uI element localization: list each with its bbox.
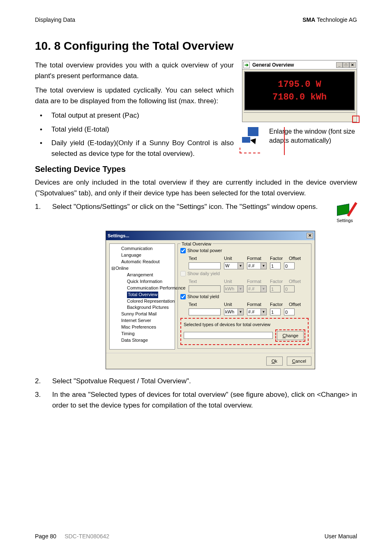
offset-input-0[interactable] xyxy=(284,262,295,269)
unit-select-0[interactable]: W▼ xyxy=(224,262,244,269)
selected-types-highlight: Selected types of devices for total over… xyxy=(180,318,309,345)
tree-item-quick-information[interactable]: Quick Information xyxy=(111,278,173,285)
tree-item-arrangement[interactable]: Arrangement xyxy=(111,272,173,278)
subheading-device-types: Selecting Device Types xyxy=(35,164,357,174)
text-input-2[interactable] xyxy=(189,308,221,315)
tree-item-background-pictures[interactable]: Background Pictures xyxy=(111,304,173,311)
bullet-pac: Total output at present (Pac) xyxy=(35,110,234,121)
text-input-1 xyxy=(189,285,221,292)
footer-right: User Manual xyxy=(325,533,357,540)
format-select-0[interactable]: #.#▼ xyxy=(247,262,267,269)
tree-item-total-overview[interactable]: Total Overview xyxy=(111,292,173,298)
tree-item-timing[interactable]: Timing xyxy=(111,331,173,337)
cancel-button[interactable]: Cancel xyxy=(287,357,311,366)
bullet-etotal: Total yield (E-total) xyxy=(35,124,234,135)
general-overview-window: ➔ General Overview _ □ ✕ 1795.0 W 7180.0… xyxy=(242,60,357,122)
overview-window-title: General Overview xyxy=(252,62,336,68)
lcd-value-yield: 7180.0 kWh xyxy=(248,92,351,102)
devices-paragraph: Devices are only included in the total o… xyxy=(35,177,357,198)
intro-paragraph-1: The total overview provides you with a q… xyxy=(35,60,234,81)
callout-text: Enlarge the window (font size adapts aut… xyxy=(266,127,357,145)
header-brand: SMA xyxy=(302,16,315,23)
lcd-value-power: 1795.0 W xyxy=(248,79,351,90)
format-select-2[interactable]: #.#▼ xyxy=(247,308,267,315)
close-icon[interactable]: ✕ xyxy=(307,233,313,239)
offset-input-1 xyxy=(284,285,295,292)
tree-item-data-storage[interactable]: Data Storage xyxy=(111,337,173,344)
tree-item-communication-performance[interactable]: Communication Performance xyxy=(111,285,173,292)
text-input-0[interactable] xyxy=(189,262,221,269)
settings-tree[interactable]: CommunicationLanguageAutomatic Readout⊟O… xyxy=(109,243,175,350)
settings-icon-caption: Settings xyxy=(332,217,357,224)
tree-item-online[interactable]: ⊟Online xyxy=(111,265,173,272)
ok-button[interactable]: Ok xyxy=(266,357,283,366)
header-section-left: Displaying Data xyxy=(35,16,75,23)
minimize-button[interactable]: _ xyxy=(336,62,343,68)
footer-page: Page 80 xyxy=(35,533,56,540)
selected-types-input[interactable] xyxy=(184,332,273,339)
checkbox-0[interactable] xyxy=(180,248,186,253)
enlarge-window-icon xyxy=(242,127,262,145)
checkbox-1 xyxy=(180,271,186,276)
status-bar xyxy=(244,112,355,120)
tree-item-sunny-portal-mail[interactable]: Sunny Portal Mail xyxy=(111,311,173,317)
tree-item-misc-preferences[interactable]: Misc Preferences xyxy=(111,324,173,331)
intro-paragraph-2: The total overview is updated cyclically… xyxy=(35,85,234,106)
header-company: Technologie AG xyxy=(315,16,357,23)
unit-select-2[interactable]: kWh▼ xyxy=(224,308,244,315)
offset-input-2[interactable] xyxy=(284,308,295,315)
format-select-1: #.#▼ xyxy=(247,285,267,292)
selected-types-label: Selected types of devices for total over… xyxy=(184,321,305,328)
step-2-text: Select "Spotvalue Request / Total Overvi… xyxy=(35,376,357,387)
tree-item-language[interactable]: Language xyxy=(111,252,173,259)
lcd-display: 1795.0 W 7180.0 kWh xyxy=(244,71,355,111)
factor-input-1 xyxy=(270,285,281,292)
maximize-button[interactable]: □ xyxy=(343,62,349,68)
groupbox-label: Total Overview xyxy=(180,241,212,248)
factor-input-0[interactable] xyxy=(270,262,281,269)
chevron-down-icon: ▼ xyxy=(238,286,243,292)
tree-item-automatic-readout[interactable]: Automatic Readout xyxy=(111,259,173,265)
checkbox-label-2: Show total yield xyxy=(187,293,219,300)
settings-icon[interactable] xyxy=(337,202,353,216)
factor-input-2[interactable] xyxy=(270,308,281,315)
tree-item-internet-server[interactable]: Internet Server xyxy=(111,317,173,324)
page-title: 10. 8 Configuring the Total Overview xyxy=(35,39,357,53)
arrow-right-icon: ➔ xyxy=(243,62,250,68)
tree-item-colored-representation[interactable]: Colored Representation xyxy=(111,298,173,305)
change-button[interactable]: Change xyxy=(277,331,304,340)
chevron-down-icon: ▼ xyxy=(238,263,243,269)
footer-doc-id: SDC-TEN080642 xyxy=(65,533,109,540)
tree-item-communication[interactable]: Communication xyxy=(111,246,173,252)
step-3-text: In the area "Selected types of devices f… xyxy=(35,389,357,410)
chevron-down-icon: ▼ xyxy=(261,286,266,292)
change-button-highlight: Change xyxy=(275,329,305,342)
close-button[interactable]: ✕ xyxy=(349,62,356,68)
step-1-text: Select "Options/Settings" or click on th… xyxy=(52,202,327,212)
chevron-down-icon: ▼ xyxy=(261,263,266,269)
checkbox-2[interactable] xyxy=(180,294,186,299)
checkbox-label-1: Show daily yield xyxy=(187,270,220,277)
chevron-down-icon: ▼ xyxy=(261,309,266,315)
header-section-right: SMA Technologie AG xyxy=(302,16,357,23)
checkbox-label-0: Show total power xyxy=(187,247,222,254)
bullet-etoday: Daily yield (E-today)(Only if a Sunny Bo… xyxy=(35,138,234,159)
settings-dialog: Settings... ✕ CommunicationLanguageAutom… xyxy=(106,231,315,369)
chevron-down-icon: ▼ xyxy=(238,309,243,315)
unit-select-1: kWh▼ xyxy=(224,285,244,292)
resize-handle-highlight xyxy=(352,116,360,123)
settings-dialog-title: Settings... xyxy=(108,232,129,239)
